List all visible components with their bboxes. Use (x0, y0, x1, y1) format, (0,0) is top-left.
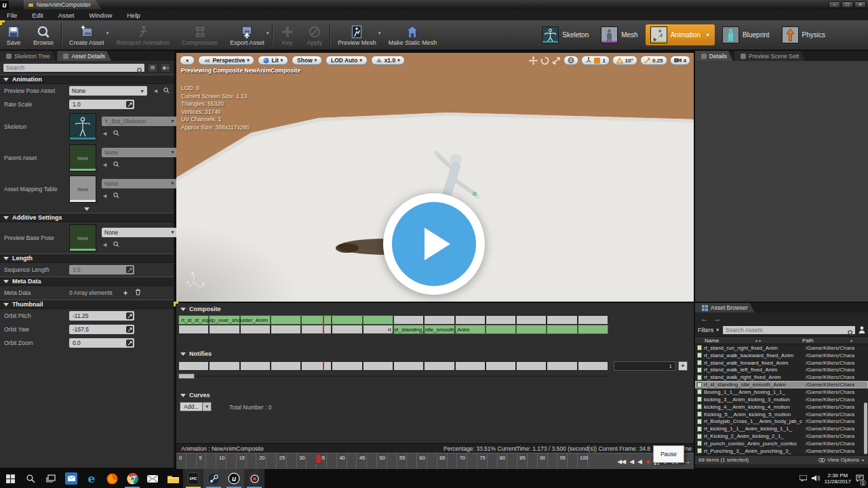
asset-row[interactable]: Boxing_1_1__Anim_boxing_1_1_/Game/Killer… (695, 388, 868, 396)
asset-row[interactable]: rt_stand_run_right_fixed_Anim/Game/Kille… (695, 344, 868, 352)
taskbar-file-explorer[interactable] (163, 469, 183, 488)
browse-to-asset-icon[interactable] (113, 192, 119, 200)
taskbar-edge[interactable]: e (81, 469, 102, 488)
track-cell[interactable] (578, 361, 608, 371)
track-cell[interactable] (516, 325, 547, 334)
playhead-marker[interactable] (323, 315, 324, 334)
step-back-button[interactable]: ◀ (629, 458, 633, 465)
track-cell[interactable] (486, 325, 516, 334)
mode-animation-button[interactable]: Animation▼ (646, 24, 715, 45)
drag-spinner-icon[interactable] (126, 312, 133, 319)
preview-pose-asset-dropdown[interactable]: None ▼ (69, 86, 147, 96)
browse-to-asset-icon[interactable] (113, 161, 119, 169)
track-cell[interactable] (424, 315, 454, 325)
filters-button[interactable]: Filters▼ (698, 327, 719, 333)
taskbar-unreal-editor[interactable]: u (224, 469, 244, 488)
drag-spinner-icon[interactable] (126, 326, 133, 333)
asset-row[interactable]: rt_punch_combo_Anim_punch_combo/Game/Kil… (695, 440, 868, 447)
tab-details[interactable]: Details (695, 51, 733, 61)
maximize-button[interactable]: □ (842, 1, 853, 8)
minimize-button[interactable]: – (829, 1, 840, 8)
segment-label[interactable]: rt_st_standing_idle_smooth_Anim (388, 327, 470, 333)
add-curve-button[interactable]: Add... ▼ (180, 402, 212, 411)
mode-physics-button[interactable]: Physics (777, 24, 830, 45)
asset-row[interactable]: rt_Punching_3__Anim_punching_3_/Game/Kil… (695, 447, 868, 455)
track-cell[interactable] (547, 325, 577, 334)
property-matrix-button[interactable]: ▤ (147, 63, 158, 73)
chat-icon[interactable] (800, 472, 807, 485)
notifies-track[interactable] (178, 361, 608, 371)
grid-snap-value[interactable]: 1 (602, 58, 605, 64)
track-cell[interactable] (393, 315, 424, 325)
rate-scale-input[interactable]: 1.0 (69, 100, 134, 109)
asset-row[interactable]: rt_Bodyjab_Cross_1__Anim_body_jab_c/Game… (695, 418, 868, 425)
play-reverse-button[interactable]: ◀ (637, 458, 642, 465)
tab-asset-details[interactable]: Asset Details (57, 51, 111, 61)
skeleton-thumbnail[interactable] (69, 113, 96, 140)
column-name[interactable]: Name (705, 338, 719, 344)
track-cell[interactable] (178, 325, 209, 334)
track-cell[interactable] (363, 315, 393, 325)
asset-row[interactable]: rt_Kicking_2_Anim_kicking_2_1_/Game/Kill… (695, 432, 868, 440)
taskbar-epic-launcher[interactable]: EPIC (183, 469, 203, 488)
perspective-button[interactable]: Perspective▾ (198, 56, 254, 65)
column-path[interactable]: Path (802, 338, 813, 344)
track-cell[interactable] (486, 361, 516, 371)
parent-asset-thumbnail[interactable]: None (69, 144, 96, 171)
menu-help[interactable]: Help (127, 12, 140, 19)
track-cell[interactable] (240, 325, 271, 334)
translate-tool-icon[interactable] (529, 56, 538, 65)
preview-base-pose-thumbnail[interactable]: None (69, 224, 96, 251)
tab-skeleton-tree[interactable]: Skeleton Tree (0, 51, 56, 61)
track-cell[interactable] (301, 325, 332, 334)
taskbar-clock[interactable]: 2:36 PM 11/28/2017 (825, 472, 851, 485)
track-cell[interactable] (271, 315, 301, 325)
person-icon[interactable] (859, 324, 865, 336)
drag-spinner-icon[interactable] (126, 101, 133, 108)
camera-speed-control[interactable]: 4 (670, 56, 690, 65)
skip-to-start-button[interactable]: ◀◀ (617, 458, 625, 465)
asset-row[interactable]: rt_st_standing_idle_smooth_Anim/Game/Kil… (695, 381, 868, 388)
mode-blueprint-button[interactable]: Blueprint (717, 24, 774, 45)
task-view-button[interactable] (41, 469, 61, 488)
track-cell[interactable] (332, 315, 362, 325)
taskbar-mail-app[interactable] (61, 469, 81, 488)
timeline-scrubber[interactable]: 0510152025303540455055606570758085909510… (176, 453, 694, 469)
asset-row[interactable]: rt_stand_walk_forward_fixed_Anim/Game/Ki… (695, 359, 868, 367)
tab-preview-scene-settings[interactable]: Preview Scene Sett (734, 51, 805, 61)
view-options-eye-button[interactable]: ◉▾ (160, 63, 171, 73)
toolbar-preview-mesh-button[interactable]: Preview Mesh▼ (332, 20, 382, 49)
browse-to-asset-icon[interactable] (163, 87, 170, 95)
playhead-marker[interactable] (323, 361, 324, 371)
sort-icon[interactable]: ▲▲ (755, 338, 762, 342)
use-selected-arrow-icon[interactable]: ◄ (102, 130, 108, 137)
orbit-pitch-input[interactable]: -11.25 (69, 311, 134, 321)
track-cell[interactable] (455, 315, 486, 325)
composite-section-header[interactable]: Composite (180, 306, 221, 312)
use-selected-arrow-icon[interactable]: ◄ (102, 161, 108, 168)
track-cell[interactable] (547, 315, 577, 325)
asset-row[interactable]: rt_stand_walk_left_fixed_Anim/Game/Kille… (695, 367, 868, 374)
rotation-snap-toggle[interactable]: 10° (612, 56, 637, 65)
scale-snap-value[interactable]: 0.25 (652, 58, 663, 64)
viewport-options-button[interactable]: ▼ (180, 56, 195, 65)
skeleton-dropdown[interactable]: Y_Bot_Skeleton ▼ (102, 117, 178, 126)
track-cell[interactable] (578, 315, 608, 325)
section-meta-data[interactable]: Meta Data (0, 277, 174, 286)
track-cell[interactable] (424, 361, 454, 371)
menu-window[interactable]: Window (89, 12, 112, 19)
asset-row[interactable]: rt_stand_walk_right_fixed_Anim/Game/Kill… (695, 373, 868, 381)
track-cell[interactable] (393, 361, 424, 371)
track-cell[interactable] (516, 315, 547, 325)
timeline-ticks[interactable]: 0510152025303540455055606570758085909510… (176, 453, 591, 470)
use-selected-arrow-icon[interactable]: ◄ (102, 241, 108, 248)
preview-viewport[interactable]: ▼ Perspective▾ Lit▾ Show▾ LOD Auto▾ x1.0… (176, 53, 694, 302)
track-cell[interactable] (363, 361, 393, 371)
asset-row[interactable]: kicking_4__Anim_kicking_4_motion/Game/Ki… (695, 403, 868, 411)
track-cell[interactable] (301, 361, 332, 371)
section-animation[interactable]: Animation (0, 75, 174, 84)
browse-to-asset-icon[interactable] (113, 241, 119, 249)
menu-asset[interactable]: Asset (58, 12, 75, 19)
track-cell[interactable] (578, 325, 608, 334)
drag-spinner-icon[interactable] (126, 340, 133, 346)
